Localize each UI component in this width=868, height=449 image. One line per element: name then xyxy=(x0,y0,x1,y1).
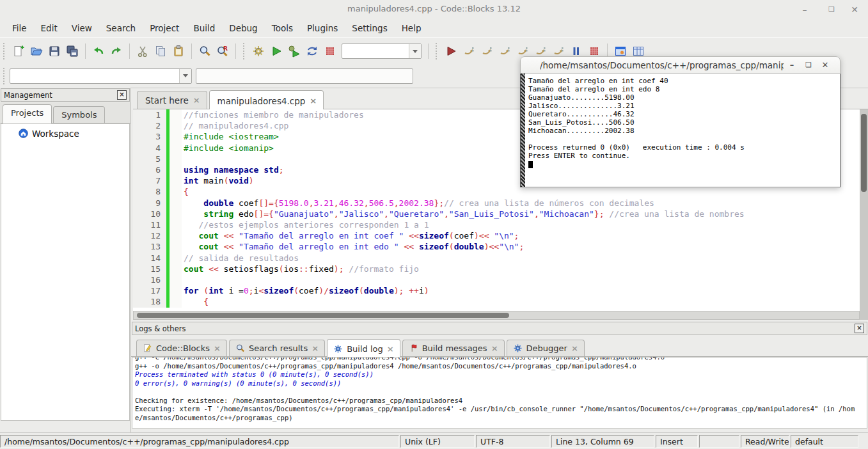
run-to-cursor-icon[interactable] xyxy=(461,43,477,59)
build-icon[interactable] xyxy=(250,43,267,59)
code-line[interactable]: 10 string edo[]={"Guanajuato","Jalisco",… xyxy=(133,209,860,219)
copy-icon[interactable] xyxy=(152,43,169,59)
menu-item-search[interactable]: Search xyxy=(99,20,143,36)
console-scrollbar[interactable] xyxy=(521,74,525,187)
abort-build-icon[interactable] xyxy=(322,43,338,59)
log-line: g++ -c /home/msantos/Documentos/c++/prog… xyxy=(135,357,864,362)
replace-icon[interactable]: R xyxy=(214,43,231,59)
console-maximize-button[interactable]: ❏ xyxy=(800,61,817,69)
close-button[interactable]: ✕ xyxy=(848,3,862,16)
toolbar-grip[interactable] xyxy=(3,68,6,84)
new-file-icon[interactable] xyxy=(10,43,27,59)
console-output[interactable]: Tamaño del arreglo en int coef 40Tamaño … xyxy=(525,74,747,187)
menu-item-edit[interactable]: Edit xyxy=(34,20,65,36)
console-minimize-button[interactable]: – xyxy=(784,60,800,70)
build-and-run-icon[interactable] xyxy=(286,43,303,59)
editor-tab-manipuladores4-cpp[interactable]: manipuladores4.cpp× xyxy=(209,90,324,109)
paste-icon[interactable] xyxy=(170,43,187,59)
menu-item-debug[interactable]: Debug xyxy=(222,20,264,36)
log-tab-build-messages[interactable]: Build messages× xyxy=(402,340,505,356)
build-target-dropdown[interactable] xyxy=(342,43,422,59)
menu-item-help[interactable]: Help xyxy=(395,20,429,36)
console-title-bar[interactable]: /home/msantos/Documentos/c++/programas_c… xyxy=(520,56,840,74)
save-all-icon[interactable] xyxy=(64,43,81,59)
fold-margin xyxy=(170,209,182,219)
run-icon[interactable] xyxy=(268,43,285,59)
line-number: 9 xyxy=(133,198,166,209)
code-line[interactable]: 13 cout << "Tamaño del arreglo en int ed… xyxy=(133,241,860,252)
management-close-icon[interactable]: × xyxy=(117,90,127,100)
code-line[interactable]: 15cout << setiosflags(ios::fixed); //for… xyxy=(133,264,860,274)
redo-icon[interactable] xyxy=(108,43,125,59)
fold-margin xyxy=(170,274,182,285)
fold-margin xyxy=(170,264,182,274)
fold-margin xyxy=(170,241,182,252)
editor-horizontal-scrollbar[interactable] xyxy=(133,311,860,320)
save-file-icon[interactable] xyxy=(46,43,63,59)
line-number: 1 xyxy=(133,109,166,120)
console-close-button[interactable]: ✕ xyxy=(817,60,833,70)
console-line: Michoacan.........2002.38 xyxy=(528,127,745,135)
rebuild-icon[interactable] xyxy=(304,43,320,59)
line-number: 6 xyxy=(133,164,166,175)
tree-item-workspace[interactable]: Workspace xyxy=(18,128,129,139)
menu-item-settings[interactable]: Settings xyxy=(345,20,394,36)
build-log-output[interactable]: g++ -c /home/msantos/Documentos/c++/prog… xyxy=(132,357,867,429)
menu-item-build[interactable]: Build xyxy=(186,20,222,36)
code-line[interactable]: 12 cout << "Tamaño del arreglo en int co… xyxy=(133,230,860,241)
menu-item-plugins[interactable]: Plugins xyxy=(300,20,345,36)
tab-close-icon[interactable]: × xyxy=(491,345,498,352)
fold-margin xyxy=(170,154,182,164)
log-tab-debugger[interactable]: Debugger× xyxy=(507,340,585,356)
cut-icon[interactable] xyxy=(134,43,151,59)
log-tab-search-results[interactable]: Search results× xyxy=(229,340,325,356)
logs-caption: Logs & others × xyxy=(132,322,867,335)
code-line[interactable]: 17for (int i =0;i<sizeof(coef)/sizeof(do… xyxy=(133,285,860,296)
menu-item-view[interactable]: View xyxy=(65,20,99,36)
code-line[interactable]: 11 //estos ejemplos anteriores correspon… xyxy=(133,219,860,230)
menu-item-tools[interactable]: Tools xyxy=(265,20,300,36)
step-into-icon[interactable] xyxy=(496,43,513,59)
undo-icon[interactable] xyxy=(90,43,107,59)
tab-close-icon[interactable]: × xyxy=(571,345,578,352)
scope-dropdown[interactable] xyxy=(10,68,192,84)
console-cursor xyxy=(528,161,533,168)
management-tab-projects[interactable]: Projects xyxy=(3,104,52,123)
tab-close-icon[interactable]: × xyxy=(310,98,317,104)
editor-vertical-scrollbar[interactable] xyxy=(860,109,868,320)
title-bar: manipuladores4.cpp - Code::Blocks 13.12 … xyxy=(0,0,868,20)
editor-tab-start-here[interactable]: Start here× xyxy=(137,91,207,109)
menu-item-project[interactable]: Project xyxy=(143,20,186,36)
logs-close-icon[interactable]: × xyxy=(855,324,864,333)
next-line-icon[interactable] xyxy=(478,43,495,59)
scrollbar-thumb[interactable] xyxy=(861,114,867,192)
line-number: 3 xyxy=(133,131,166,142)
toolbar-grip[interactable] xyxy=(435,43,438,59)
log-tab-build-log[interactable]: Build log× xyxy=(327,339,400,357)
menu-item-file[interactable]: File xyxy=(5,20,34,36)
code-line[interactable]: 14// salida de resultados xyxy=(133,253,860,264)
tab-close-icon[interactable]: × xyxy=(214,345,221,352)
tab-close-icon[interactable]: × xyxy=(312,345,319,352)
code-line[interactable]: 18 { xyxy=(133,296,860,307)
symbol-box[interactable] xyxy=(196,68,413,84)
tab-close-icon[interactable]: × xyxy=(387,346,394,352)
minimize-button[interactable]: – xyxy=(798,3,812,16)
maximize-button[interactable]: ❏ xyxy=(825,3,839,16)
status-caret-position: Line 13, Column 69 xyxy=(551,435,654,448)
toolbar-grip[interactable] xyxy=(3,43,6,59)
management-tab-symbols[interactable]: Symbols xyxy=(53,106,105,123)
log-tab-code-blocks[interactable]: Code::Blocks× xyxy=(136,340,227,356)
debug-continue-icon[interactable] xyxy=(443,43,459,59)
open-file-icon[interactable] xyxy=(28,43,45,59)
management-panel: Management × ProjectsSymbols Workspace xyxy=(0,88,131,432)
scrollbar-thumb[interactable] xyxy=(137,313,509,318)
code-line[interactable]: 8{ xyxy=(133,186,860,197)
fold-margin xyxy=(170,186,182,197)
tab-close-icon[interactable]: × xyxy=(193,97,200,104)
code-line[interactable]: 16 xyxy=(133,274,860,285)
toolbar-grip[interactable] xyxy=(242,43,246,59)
find-icon[interactable] xyxy=(196,43,213,59)
status-modified xyxy=(699,435,739,448)
code-line[interactable]: 9 double coef[]={5198.0,3.21,46.32,506.5… xyxy=(133,198,860,209)
